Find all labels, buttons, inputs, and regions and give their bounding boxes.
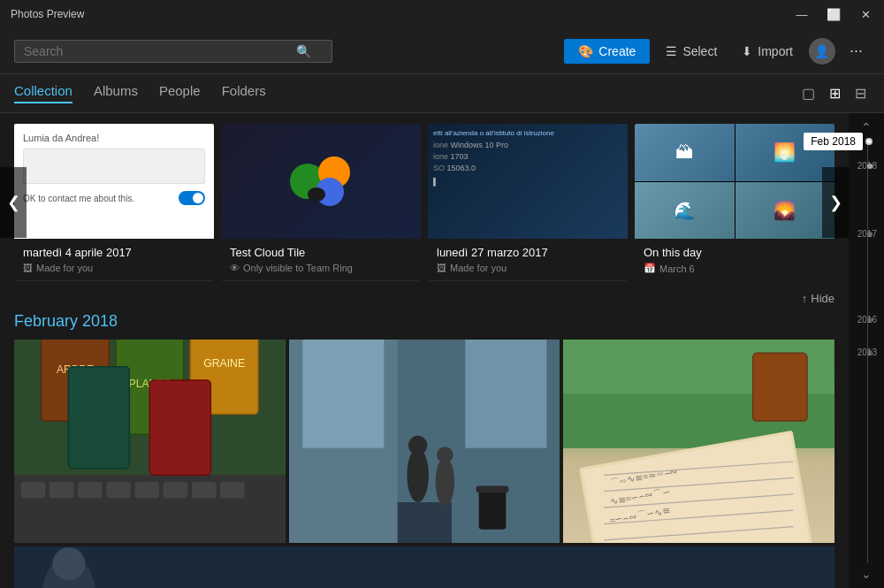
titlebar: Photos Preview — ⬜ ✕ bbox=[0, 0, 884, 28]
svg-rect-26 bbox=[302, 340, 384, 448]
tab-folders[interactable]: Folders bbox=[222, 83, 266, 103]
carousel-prev-button[interactable]: ❮ bbox=[0, 167, 27, 238]
card3-info: lunedì 27 marzo 2017 🖼 Made for you bbox=[428, 239, 628, 280]
section-header-february-2018: February 2018 bbox=[14, 312, 834, 331]
photo-bottom-partial[interactable] bbox=[14, 546, 834, 588]
card2-subtitle-icon: 👁 bbox=[230, 263, 240, 273]
timeline-tooltip: Feb 2018 bbox=[804, 133, 863, 150]
card3-subtitle-text: Made for you bbox=[450, 263, 507, 273]
nav-tabs: Collection Albums People Folders ▢ ⊞ ⊟ bbox=[0, 74, 884, 113]
section-february-2018: February 2018 bbox=[14, 312, 834, 588]
more-button[interactable]: ··· bbox=[842, 38, 870, 64]
select-icon: ☰ bbox=[666, 44, 677, 58]
timeline-label-2017[interactable]: 2017 bbox=[854, 227, 880, 241]
import-button[interactable]: ⬇ Import bbox=[733, 39, 802, 64]
view-single-icon[interactable]: ▢ bbox=[798, 81, 819, 105]
svg-rect-8 bbox=[78, 482, 103, 498]
avatar[interactable]: 👤 bbox=[809, 38, 835, 65]
svg-point-31 bbox=[437, 447, 453, 462]
create-button[interactable]: 🎨 Create bbox=[564, 39, 650, 64]
svg-text:GRAINE: GRAINE bbox=[203, 357, 245, 370]
svg-point-28 bbox=[407, 448, 429, 502]
scroll-area[interactable]: ❮ Lumia da Andrea! OK to contact me abou… bbox=[0, 113, 849, 588]
photo-interior bbox=[289, 340, 560, 543]
topbar: 🔍 🎨 Create ☰ Select ⬇ Import 👤 ··· bbox=[0, 28, 884, 74]
card1-toggle-row: OK to contact me about this. bbox=[23, 191, 205, 205]
view-options: ▢ ⊞ ⊟ bbox=[798, 81, 870, 105]
card3-row-2: ione 1703 bbox=[433, 152, 622, 161]
timeline-label-2013[interactable]: 2013 bbox=[854, 346, 880, 359]
card4-subtitle-icon: 📅 bbox=[644, 263, 656, 274]
svg-rect-38 bbox=[583, 433, 816, 543]
card2-subtitle-text: Only visible to Team Ring bbox=[243, 263, 353, 273]
card3-row-1: ione Windows 10 Pro bbox=[433, 141, 622, 149]
close-button[interactable]: ✕ bbox=[857, 8, 873, 21]
card1-info: martedì 4 aprile 2017 🖼 Made for you bbox=[14, 239, 214, 280]
card4-img-4: 🌄 bbox=[735, 182, 835, 240]
card2-subtitle: 👁 Only visible to Team Ring bbox=[230, 263, 412, 273]
select-button[interactable]: ☰ Select bbox=[657, 39, 726, 64]
card3-image: etti all'azienda o all'istituto di istru… bbox=[428, 124, 628, 239]
card4-img-3: 🌊 bbox=[635, 182, 735, 240]
create-label: Create bbox=[598, 44, 636, 58]
search-box[interactable]: 🔍 bbox=[14, 40, 332, 63]
svg-point-30 bbox=[435, 457, 453, 506]
tab-albums[interactable]: Albums bbox=[94, 83, 138, 103]
search-icon[interactable]: 🔍 bbox=[296, 44, 311, 58]
tabs-left: Collection Albums People Folders bbox=[14, 83, 266, 103]
card1-form-title: Lumia da Andrea! bbox=[23, 133, 205, 143]
svg-rect-27 bbox=[465, 340, 546, 448]
toggle-pill[interactable] bbox=[179, 191, 205, 205]
tab-collection[interactable]: Collection bbox=[14, 83, 72, 103]
card1-image: Lumia da Andrea! OK to contact me about … bbox=[14, 124, 214, 239]
card3-subtitle: 🖼 Made for you bbox=[437, 263, 619, 273]
timeline: ⌃ Feb 2018 2018 2017 bbox=[849, 113, 884, 588]
svg-point-49 bbox=[52, 547, 85, 580]
svg-point-3 bbox=[308, 187, 325, 202]
carousel-next-button[interactable]: ❯ bbox=[822, 167, 849, 238]
card1-subtitle: 🖼 Made for you bbox=[23, 263, 205, 273]
select-label: Select bbox=[682, 44, 717, 58]
svg-rect-20 bbox=[68, 367, 129, 469]
timeline-down-arrow[interactable]: ⌄ bbox=[857, 563, 875, 584]
toggle-knob bbox=[193, 193, 203, 203]
photo-grid: ARBRE PLANTE GRAINE bbox=[14, 340, 834, 543]
timeline-label-2016[interactable]: 2016 bbox=[854, 313, 880, 326]
svg-rect-36 bbox=[753, 353, 807, 421]
svg-rect-47 bbox=[14, 546, 834, 588]
import-icon: ⬇ bbox=[742, 44, 752, 58]
card2-image bbox=[221, 124, 421, 239]
svg-rect-13 bbox=[220, 482, 245, 498]
create-icon: 🎨 bbox=[578, 44, 593, 58]
photo-cell-1[interactable]: ARBRE PLANTE GRAINE bbox=[14, 340, 286, 543]
card3-subtitle-icon: 🖼 bbox=[437, 263, 446, 273]
card4-img-1: 🏔 bbox=[635, 124, 735, 181]
view-grid-icon[interactable]: ⊞ bbox=[826, 81, 844, 105]
svg-rect-6 bbox=[21, 482, 46, 498]
maximize-button[interactable]: ⬜ bbox=[826, 8, 842, 21]
card4-title: On this day bbox=[644, 246, 826, 259]
photo-cell-3[interactable]: ⌒∽∿≋≈≃∽⌢∾ ∿≋≈∽⌢∾⌒∽ ≈∽⌢∾⌒∽∿≋ bbox=[563, 340, 834, 543]
svg-rect-10 bbox=[134, 482, 159, 498]
cloud-tile-graphic bbox=[286, 146, 356, 217]
view-large-grid-icon[interactable]: ⊟ bbox=[851, 81, 870, 105]
card3-title: lunedì 27 marzo 2017 bbox=[437, 246, 619, 259]
timeline-active-dot[interactable] bbox=[865, 138, 873, 145]
card1-subtitle-text: Made for you bbox=[36, 263, 93, 273]
photo-cell-2[interactable] bbox=[289, 340, 560, 543]
carousel-card-2[interactable]: Test Cloud Tile 👁 Only visible to Team R… bbox=[221, 124, 421, 281]
search-input[interactable] bbox=[24, 44, 289, 58]
card2-info: Test Cloud Tile 👁 Only visible to Team R… bbox=[221, 239, 421, 280]
card1-title: martedì 4 aprile 2017 bbox=[23, 246, 205, 259]
svg-rect-11 bbox=[164, 482, 188, 498]
card4-subtitle-text: March 6 bbox=[659, 263, 695, 274]
tab-people[interactable]: People bbox=[159, 83, 201, 103]
card3-header: etti all'azienda o all'istituto di istru… bbox=[433, 129, 622, 137]
svg-rect-33 bbox=[476, 486, 508, 493]
hide-button[interactable]: ↑ Hide bbox=[802, 292, 834, 305]
minimize-button[interactable]: — bbox=[794, 8, 810, 21]
carousel-card-1[interactable]: Lumia da Andrea! OK to contact me about … bbox=[14, 124, 214, 281]
carousel-card-3[interactable]: etti all'azienda o all'istituto di istru… bbox=[428, 124, 628, 281]
timeline-label-2018[interactable]: 2018 bbox=[854, 159, 880, 172]
svg-rect-32 bbox=[478, 489, 506, 530]
